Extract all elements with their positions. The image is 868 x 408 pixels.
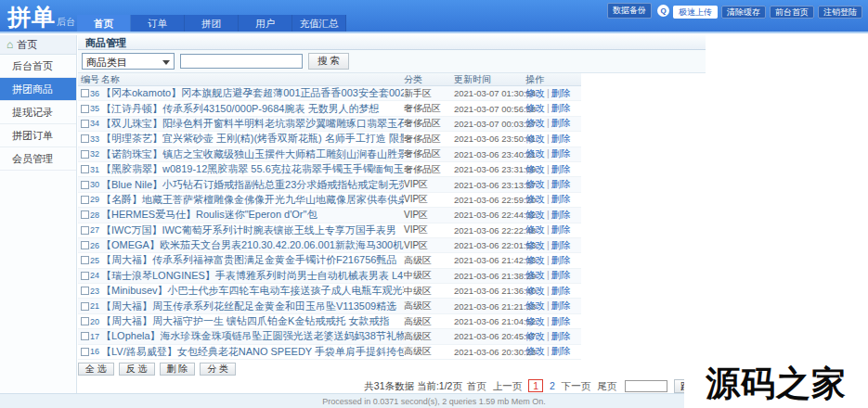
row-checkbox[interactable] [81,302,89,311]
product-name-link[interactable]: 【HERMES爱马仕】Roulis迷你"Eperon d'Or"包 [101,208,404,222]
edit-link[interactable]: 修改 [525,193,545,204]
edit-link[interactable]: 修改 [525,345,545,356]
row-checkbox[interactable] [81,134,89,143]
row-checkbox[interactable] [81,348,89,356]
product-name-link[interactable]: 【黑胶翡翠】w0819-12黑胶翡翠 55.6克拉花翡翠手镯玉手镯缅甸玉石手镯 [101,162,404,176]
sidebar-item[interactable]: 会员管理 [0,147,76,171]
delete-link[interactable]: 删除 [551,300,571,311]
product-name-link[interactable]: 【IWC万国】IWC葡萄牙系列计时腕表镶嵌王线上专享万国手表男 [101,223,404,237]
header-action-button[interactable]: 清除缓存 [721,6,766,19]
product-name-link[interactable]: 【Blue Nile】小巧钻石订婚戒指副钻总重23分求婚戒指钻戒定制无荧光 [101,178,404,192]
search-input[interactable] [180,54,303,69]
batch-button[interactable]: 删 除 [160,363,196,376]
delete-link[interactable]: 删除 [551,102,571,113]
qq-icon[interactable]: Q [657,5,669,17]
edit-link[interactable]: 修改 [525,147,545,159]
product-name-link[interactable]: 【周大福】周大福守护一生 镶钻四爪铂金K金钻戒戒托 女款戒指 [101,314,404,328]
product-name-link[interactable]: 【LV/路易威登】女包经典老花NANO SPEEDY 手袋单肩手提斜挎包 M61… [101,345,404,359]
row-checkbox[interactable] [81,256,89,264]
product-name-link[interactable]: 【冈本okamoto】冈本旗舰店避孕套超薄001正品香香003安全套002 让爱… [101,86,404,100]
nav-tab[interactable]: 充值汇总 [292,15,346,32]
row-checkbox[interactable] [81,226,89,235]
edit-link[interactable]: 修改 [525,102,545,113]
delete-link[interactable]: 删除 [551,239,571,250]
row-checkbox[interactable] [81,105,89,113]
sidebar-item[interactable]: 拼团订单 [0,124,76,147]
row-checkbox[interactable] [81,89,89,97]
edit-link[interactable]: 修改 [525,133,545,144]
data-backup-button[interactable]: 数据备份 [607,3,652,19]
edit-link[interactable]: 修改 [525,87,545,98]
header-action-button[interactable]: 注销登陆 [818,6,862,19]
page-2-link[interactable]: 2 [550,380,555,391]
nav-tab[interactable]: 首页 [77,15,131,32]
edit-link[interactable]: 修改 [525,239,545,250]
product-name-link[interactable]: 【双儿珠宝】阳绿色料开窗料半明料老坑翡翠沙翼嘴雕琢口翡翠玉石原石 限量极品 [101,117,404,131]
sidebar-item[interactable]: 后台首页 [0,55,76,78]
batch-button[interactable]: 反 选 [119,363,155,376]
edit-link[interactable]: 修改 [525,209,545,220]
header-action-button[interactable]: 极速上传 [673,6,718,19]
edit-link[interactable]: 修改 [525,330,545,341]
product-name-link[interactable]: 【LOphela】海水珍珠金珠项链吊坠正圆强光送老婆送妈妈38节礼物 [101,329,404,343]
row-checkbox[interactable] [81,287,89,295]
delete-link[interactable]: 删除 [551,345,571,356]
delete-link[interactable]: 删除 [551,269,571,280]
product-name-link[interactable]: 【周大福】周玉传承系列花丝配足金黄金和田玉吊坠V113509精选 [101,300,404,313]
row-checkbox[interactable] [81,317,89,325]
first-page-link[interactable]: 首页 [467,380,486,391]
edit-link[interactable]: 修改 [525,163,545,174]
edit-link[interactable]: 修改 [525,223,545,235]
nav-tab[interactable]: 订单 [131,15,185,32]
jump-page-input[interactable] [625,380,667,392]
sidebar-item[interactable]: 提现记录 [0,101,76,124]
edit-link[interactable]: 修改 [525,117,545,128]
nav-tab[interactable]: 拼团 [185,15,239,32]
delete-link[interactable]: 删除 [551,285,571,296]
delete-link[interactable]: 删除 [551,193,571,204]
search-button[interactable]: 搜 索 [308,53,349,70]
delete-link[interactable]: 删除 [551,254,571,265]
batch-button[interactable]: 全 选 [78,363,114,376]
delete-link[interactable]: 删除 [551,147,571,159]
row-checkbox[interactable] [81,196,89,204]
edit-link[interactable]: 修改 [525,300,545,311]
product-name-link[interactable]: 【瑞士浪琴LONGINES】手表博雅系列时尚男士自动机械表男表 L4.921.4… [101,269,404,283]
row-checkbox[interactable] [81,272,89,280]
nav-tab[interactable]: 用户 [239,15,292,32]
sidebar-home[interactable]: ⌂首页 [0,35,76,55]
product-name-link[interactable]: 【周大福】传承系列福禄富贵图满足金黄金手镯计价F216756甄品 [101,253,404,267]
product-name-link[interactable]: 【名爵】地藏王菩萨紫檀雕像金佛像开光九华山地藏像居家供奉供桌摆电CH0602 [101,193,404,207]
delete-link[interactable]: 删除 [551,117,571,128]
delete-link[interactable]: 删除 [551,178,571,189]
row-checkbox[interactable] [81,181,89,189]
row-checkbox[interactable] [81,210,89,219]
delete-link[interactable]: 删除 [551,163,571,174]
edit-link[interactable]: 修改 [525,315,545,326]
row-checkbox[interactable] [81,150,89,159]
delete-link[interactable]: 删除 [551,223,571,235]
product-name-link[interactable]: 【江诗丹顿】传承系列43150/000P-9684腕表 无数男人的梦想 [101,102,404,116]
row-checkbox[interactable] [81,241,89,249]
product-name-link[interactable]: 【OMEGA】欧米茄天文台男表210.30.42.20.06.001新款海马30… [101,238,404,252]
batch-button[interactable]: 分 类 [200,363,236,376]
prev-page-link[interactable]: 上一页 [493,380,523,391]
edit-link[interactable]: 修改 [525,178,545,189]
row-checkbox[interactable] [81,165,89,173]
category-select[interactable]: 商品类目 [82,53,175,70]
delete-link[interactable]: 删除 [551,315,571,326]
last-page-link[interactable]: 尾页 [597,380,616,391]
delete-link[interactable]: 删除 [551,133,571,144]
header-action-button[interactable]: 前台首页 [770,6,814,19]
row-checkbox[interactable] [81,332,89,340]
next-page-link[interactable]: 下一页 [562,380,591,391]
product-name-link[interactable]: 【明理茶艺】宜兴紫砂壶 王刚(精)(烤香双斯花瓶) 名师手工打造 限量品 [101,132,404,146]
product-name-link[interactable]: 【诺韵珠宝】镇店之宝收藏级独山玉摆件大师精工雕刻山涧春山胜景天然玉石玉雕 [101,147,404,161]
row-checkbox[interactable] [81,120,89,128]
edit-link[interactable]: 修改 [525,285,545,296]
delete-link[interactable]: 删除 [551,330,571,341]
delete-link[interactable]: 删除 [551,87,571,98]
edit-link[interactable]: 修改 [525,254,545,265]
delete-link[interactable]: 删除 [551,209,571,220]
edit-link[interactable]: 修改 [525,269,545,280]
